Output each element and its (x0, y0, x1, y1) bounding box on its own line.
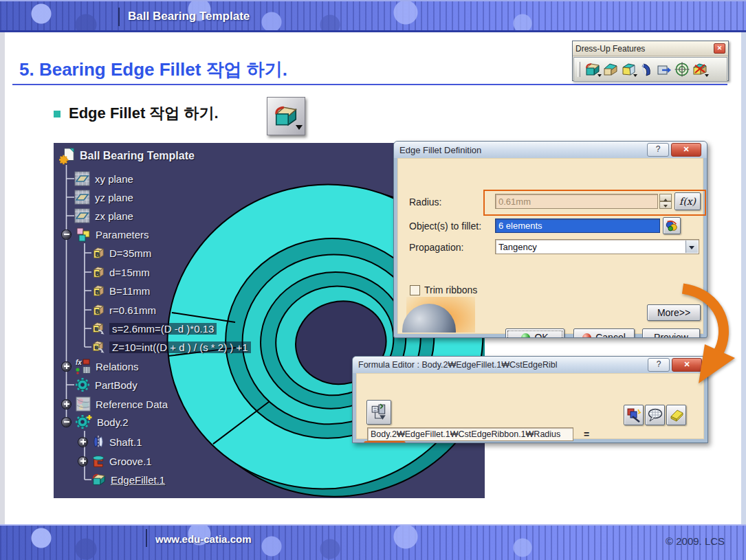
tree-item-yz-plane[interactable]: yz plane (74, 188, 133, 207)
formula-parameter-icon (91, 322, 105, 335)
dialog-title: Formula Editor : Body.2₩EdgeFillet.1₩Cst… (358, 360, 557, 370)
tree-item-label: zx plane (95, 210, 133, 222)
propagation-label: Propagation: (409, 242, 463, 253)
tree-item-groove1[interactable]: Groove.1 (78, 451, 152, 471)
tree-item-shaft1[interactable]: Shaft.1 (78, 432, 142, 451)
cancel-label: Cancel (595, 332, 626, 338)
ok-button[interactable]: OK (505, 328, 564, 338)
objects-select-button[interactable] (663, 217, 681, 234)
dropdown-arrow-icon[interactable] (685, 240, 698, 253)
page-title: 5. Bearing Edge Fillet 작업 하기. (19, 58, 287, 82)
toolbar-titlebar[interactable]: Dress-Up Features ✕ (573, 41, 728, 56)
tree-item-param-D[interactable]: D=35mm (91, 243, 151, 262)
tree-root[interactable]: Ball Bearing Template (59, 146, 195, 166)
plane-icon (74, 208, 91, 223)
footer-url: www.edu-catia.com (155, 533, 251, 545)
erase-button[interactable] (666, 405, 686, 425)
cancel-button[interactable]: Cancel (573, 328, 635, 338)
expand-knob-icon[interactable] (78, 438, 87, 447)
groove-icon (91, 454, 105, 468)
tree-item-label: s=2.6mm=(D -d )*0.13 (109, 323, 217, 335)
thickness-tool[interactable] (655, 60, 673, 79)
draft-angle-icon (620, 61, 637, 78)
parameter-icon (91, 303, 105, 317)
toolbar-close-button[interactable]: ✕ (714, 43, 725, 54)
objects-field[interactable]: 6 elements (495, 219, 660, 233)
slide-bottom-banner (0, 524, 746, 560)
spinner-down-icon[interactable] (659, 201, 672, 209)
propagation-value: Tangency (498, 242, 537, 252)
expand-knob-icon[interactable] (78, 457, 87, 466)
spinner-up-icon[interactable] (659, 194, 672, 201)
structure-icon (370, 403, 388, 421)
help-button[interactable]: ? (647, 143, 669, 157)
tree-item-body2[interactable]: Body.2 (62, 412, 129, 432)
title-underline (12, 84, 727, 85)
tree-item-label: Body.2 (97, 416, 129, 428)
tree-item-reference-data[interactable]: Reference Data (62, 394, 168, 414)
tree-item-param-r[interactable]: r=0.61mm (91, 300, 156, 320)
edge-fillet-icon (91, 472, 107, 487)
tree-item-edgefillet1[interactable]: EdgeFillet.1 (91, 470, 165, 489)
dictionary-structure-button[interactable] (366, 400, 391, 425)
tree-item-partbody[interactable]: PartBody (74, 375, 138, 394)
dialog-title: Edge Fillet Definition (399, 145, 481, 155)
edge-fillet-tool[interactable] (584, 60, 602, 79)
fx-formula-button[interactable]: f(x) (674, 192, 701, 210)
formula-editor-dialog: Formula Editor : Body.2₩EdgeFillet.1₩Cst… (352, 356, 708, 443)
wizard-button[interactable] (624, 405, 644, 425)
radius-spinner[interactable] (659, 194, 672, 209)
formula-highlight-annotation (364, 441, 406, 443)
variable-fillet-tool[interactable] (637, 60, 655, 79)
speech-bubble-icon (647, 407, 663, 423)
radius-field[interactable]: 0.61mm (495, 194, 658, 209)
comment-button[interactable] (645, 405, 665, 425)
tree-item-zx-plane[interactable]: zx plane (74, 206, 133, 225)
chamfer-icon (602, 61, 619, 78)
edge-fillet-tool-button[interactable] (267, 97, 305, 135)
partbody-gear-icon (74, 377, 91, 393)
remove-face-tool[interactable] (691, 60, 709, 79)
parameter-icon (91, 246, 105, 260)
tree-item-label: EdgeFillet.1 (111, 474, 165, 486)
parameters-icon (75, 226, 91, 243)
tree-item-label: r=0.61mm (109, 304, 156, 316)
tree-item-label: D=35mm (109, 247, 151, 259)
tree-item-relations[interactable]: Relations (62, 357, 139, 376)
dialog-titlebar[interactable]: Edge Fillet Definition ? ✕ (394, 142, 707, 158)
propagation-dropdown[interactable]: Tangency (495, 239, 699, 254)
variable-fillet-icon (638, 61, 655, 78)
toolbar-body (573, 57, 727, 82)
slide-left-edge (0, 32, 5, 524)
expand-knob-icon[interactable] (62, 362, 71, 371)
banner-separator (146, 529, 147, 547)
tree-item-label: Relations (96, 361, 139, 372)
tree-item-xy-plane[interactable]: xy plane (74, 169, 133, 188)
tree-item-param-d[interactable]: d=15mm (91, 262, 150, 282)
expand-knob-icon[interactable] (62, 400, 71, 409)
tree-item-param-Z-formula[interactable]: Z=10=int((D + d ) / (s * 2) ) +1 (91, 337, 251, 357)
tree-item-label: xy plane (95, 173, 133, 185)
tree-item-param-s-formula[interactable]: s=2.6mm=(D -d )*0.13 (91, 319, 217, 338)
background-sphere-decoration (399, 297, 475, 333)
collapse-knob-icon[interactable] (62, 418, 71, 427)
dialog-body: Radius: 0.61mm f(x) Object(s) to fillet:… (397, 158, 703, 334)
parameter-icon (91, 265, 105, 279)
trim-ribbons-checkbox[interactable] (410, 285, 420, 295)
remove-face-icon (692, 61, 708, 78)
part-document-icon (59, 147, 76, 165)
tree-item-parameters[interactable]: Parameters (62, 225, 149, 244)
chamfer-tool[interactable] (602, 60, 619, 79)
footer-copyright: © 2009. LCS (666, 535, 725, 547)
help-button[interactable]: ? (648, 358, 670, 372)
tree-item-label: Reference Data (96, 399, 168, 410)
draft-angle-tool[interactable] (619, 60, 637, 79)
parameter-icon (91, 284, 105, 298)
close-button[interactable]: ✕ (671, 143, 701, 157)
formula-target-field[interactable]: Body.2₩EdgeFillet.1₩CstEdgeRibbon.1₩Radi… (367, 427, 573, 441)
thread-tap-tool[interactable] (673, 60, 691, 79)
dialog-titlebar[interactable]: Formula Editor : Body.2₩EdgeFillet.1₩Cst… (353, 357, 707, 373)
toolbar-grip[interactable] (578, 62, 580, 77)
collapse-knob-icon[interactable] (62, 230, 71, 239)
tree-item-param-B[interactable]: B=11mm (91, 281, 150, 300)
